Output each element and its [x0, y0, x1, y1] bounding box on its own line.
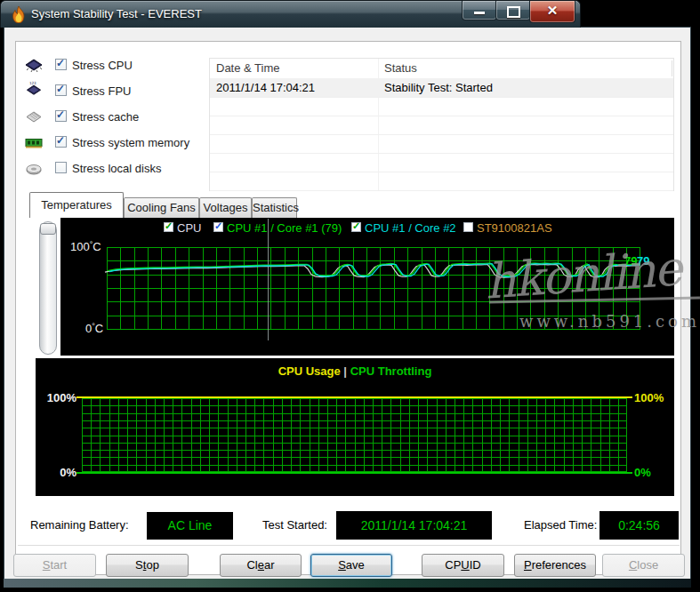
remaining-battery-value: AC Line	[147, 512, 233, 540]
cpu-usage-line	[76, 396, 632, 398]
usage-axis-right-min: 0%	[634, 466, 651, 479]
cpu-throttling-line	[76, 472, 632, 474]
elapsed-time-value: 0:24:56	[599, 511, 679, 540]
stress-cpu-checkbox[interactable]	[55, 59, 67, 70]
zoom-slider[interactable]	[39, 221, 57, 355]
cache-chip-icon	[25, 109, 43, 124]
save-button[interactable]: Save	[310, 554, 392, 577]
preferences-button[interactable]: Preferences	[514, 554, 596, 577]
screenshot-root: { "window": {"title": "System Stability …	[0, 0, 700, 592]
row-divider	[210, 97, 673, 98]
minimize-icon	[474, 12, 485, 14]
column-separator	[672, 60, 672, 76]
usage-chart-title: CPU Usage | CPU Throttling	[36, 364, 674, 378]
zoom-slider-thumb[interactable]	[40, 223, 56, 235]
stress-memory-label: Stress system memory	[72, 136, 189, 149]
usage-axis-left-min: 0%	[44, 466, 76, 479]
cpu-chip-icon	[25, 58, 43, 73]
table-row[interactable]: 2011/1/14 17:04:21 Stability Test: Start…	[210, 78, 673, 97]
stop-button[interactable]: Stop	[106, 554, 189, 577]
svg-text:123: 123	[29, 81, 36, 85]
window-bottom-frame	[4, 579, 691, 588]
cpuid-button[interactable]: CPUID	[422, 554, 504, 577]
close-button: Close	[602, 554, 685, 577]
row-divider	[210, 116, 673, 116]
watermark-site: www.nb591.com	[519, 312, 700, 331]
cpu-throttling-title: CPU Throttling	[350, 364, 432, 378]
log-datetime-cell: 2011/1/14 17:04:21	[216, 78, 315, 97]
start-button: Start	[13, 554, 96, 577]
test-started-label: Test Started:	[262, 518, 327, 532]
stress-cache-label: Stress cache	[72, 110, 139, 124]
tab-label: Statistics	[253, 201, 299, 214]
row-divider	[210, 153, 673, 154]
hard-disk-icon	[25, 162, 43, 177]
stress-fpu-label: Stress FPU	[72, 84, 131, 98]
usage-axis-right-max: 100%	[634, 391, 664, 404]
usage-axis-left-max: 100%	[44, 391, 76, 404]
tab-label: Temperatures	[41, 198, 111, 212]
tab-label: Cooling Fans	[127, 201, 196, 214]
row-divider	[210, 190, 673, 191]
usage-grid	[82, 398, 627, 472]
test-started-value: 2011/1/14 17:04:21	[336, 511, 492, 540]
column-header-status[interactable]: Status	[384, 59, 417, 78]
stress-memory-checkbox[interactable]	[55, 136, 67, 148]
clear-button[interactable]: Clear	[220, 554, 302, 577]
fpu-chip-icon: 123	[25, 81, 43, 96]
tab-voltages[interactable]: Voltages	[199, 197, 252, 218]
close-icon: ✕	[547, 3, 559, 18]
maximize-button[interactable]	[495, 1, 531, 20]
column-header-datetime[interactable]: Date & Time	[216, 59, 280, 78]
memory-module-icon	[25, 136, 43, 151]
tab-label: Voltages	[204, 201, 248, 214]
maximize-icon	[507, 6, 520, 18]
stress-cpu-label: Stress CPU	[72, 59, 133, 72]
divider	[18, 545, 680, 546]
tab-temperatures[interactable]: Temperatures	[29, 192, 124, 218]
stress-disks-checkbox[interactable]	[55, 162, 67, 173]
stress-cache-checkbox[interactable]	[55, 110, 67, 122]
remaining-battery-label: Remaining Battery:	[30, 518, 129, 532]
row-divider	[210, 134, 673, 135]
tab-cooling-fans[interactable]: Cooling Fans	[124, 197, 199, 218]
log-status-cell: Stability Test: Started	[384, 78, 493, 97]
flame-icon	[11, 6, 27, 23]
window-title: System Stability Test - EVEREST	[31, 7, 202, 20]
cpu-usage-title: CPU Usage	[278, 364, 341, 378]
tab-statistics[interactable]: Statistics	[252, 197, 297, 218]
elapsed-time-label: Elapsed Time:	[524, 518, 597, 532]
stress-fpu-checkbox[interactable]	[55, 84, 67, 96]
event-log-table[interactable]: Date & Time Status 2011/1/14 17:04:21 St…	[209, 58, 674, 191]
stress-disks-label: Stress local disks	[72, 162, 161, 175]
close-window-button[interactable]: ✕	[529, 1, 575, 23]
row-divider	[210, 172, 673, 172]
minimize-button[interactable]	[462, 1, 497, 20]
